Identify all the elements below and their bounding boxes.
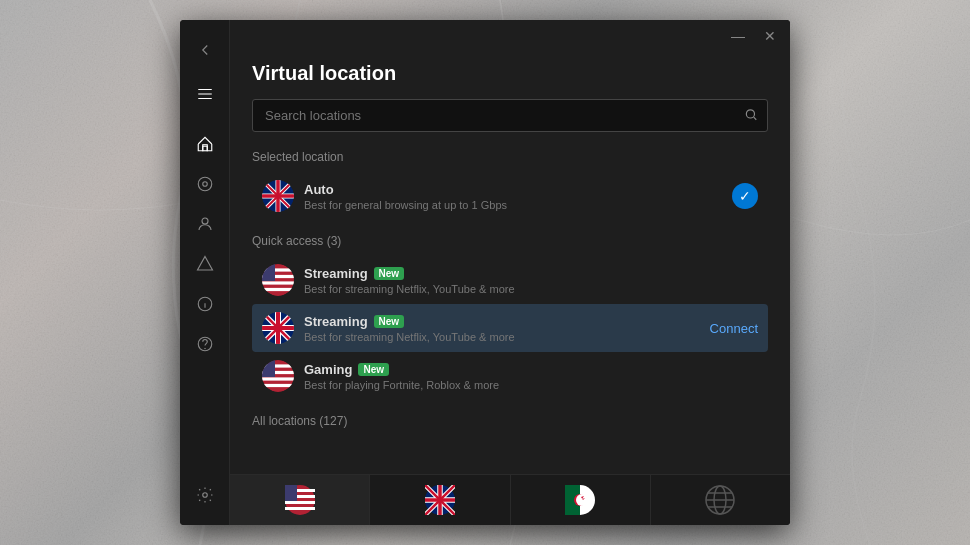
auto-location-info: Auto Best for general browsing at up to …	[304, 182, 722, 211]
quick-access-name-2: Gaming New	[304, 362, 758, 377]
flag-tab-us[interactable]	[230, 475, 370, 525]
help-icon[interactable]	[187, 326, 223, 362]
main-panel: — ✕ Virtual location Selected location	[230, 20, 790, 525]
svg-point-14	[202, 493, 207, 498]
quick-access-info-2: Gaming New Best for playing Fortnite, Ro…	[304, 362, 758, 391]
page-title: Virtual location	[252, 62, 768, 85]
auto-flag	[262, 180, 294, 212]
svg-rect-31	[262, 281, 294, 284]
flag-tab-uk[interactable]	[370, 475, 510, 525]
quick-access-info-1: Streaming New Best for streaming Netflix…	[304, 314, 700, 343]
search-input[interactable]	[252, 99, 768, 132]
uk-flag-1	[262, 312, 294, 344]
badge-new-0: New	[374, 267, 405, 280]
badge-new-1: New	[374, 315, 405, 328]
connect-button[interactable]: Connect	[710, 321, 758, 336]
flags-row	[230, 474, 790, 525]
content-area: Virtual location Selected location	[230, 52, 790, 474]
quick-access-item-0[interactable]: Streaming New Best for streaming Netflix…	[252, 256, 768, 304]
auto-location-name: Auto	[304, 182, 722, 197]
badge-new-2: New	[358, 363, 389, 376]
info-icon[interactable]	[187, 286, 223, 322]
quick-access-name-1: Streaming New	[304, 314, 700, 329]
quick-access-heading: Quick access (3)	[252, 234, 768, 248]
quick-access-item-1[interactable]: Streaming New Best for streaming Netflix…	[252, 304, 768, 352]
speed-icon[interactable]	[187, 166, 223, 202]
selected-location-heading: Selected location	[252, 150, 768, 164]
svg-point-13	[204, 348, 205, 349]
svg-point-15	[746, 109, 754, 117]
quick-access-section: Quick access (3)	[252, 234, 768, 400]
svg-rect-32	[262, 288, 294, 291]
svg-rect-47	[262, 377, 294, 380]
svg-point-5	[198, 177, 212, 191]
close-button[interactable]: ✕	[760, 26, 780, 46]
svg-line-16	[754, 117, 757, 120]
quick-access-name-0: Streaming New	[304, 266, 758, 281]
app-window: — ✕ Virtual location Selected location	[180, 20, 790, 525]
auto-location-desc: Best for general browsing at up to 1 Gbp…	[304, 199, 722, 211]
svg-rect-54	[285, 507, 315, 510]
location-pin-icon[interactable]	[187, 246, 223, 282]
quick-access-desc-1: Best for streaming Netflix, YouTube & mo…	[304, 331, 700, 343]
selected-location-section: Selected location	[252, 150, 768, 220]
svg-rect-48	[262, 384, 294, 387]
profile-icon[interactable]	[187, 206, 223, 242]
search-icon	[744, 107, 758, 124]
flag-tab-dz[interactable]	[511, 475, 651, 525]
all-locations-section: All locations (127)	[252, 414, 768, 428]
svg-rect-4	[202, 145, 207, 151]
svg-point-7	[202, 218, 208, 224]
menu-icon[interactable]	[187, 76, 223, 112]
quick-access-desc-2: Best for playing Fortnite, Roblox & more	[304, 379, 758, 391]
selected-check-icon: ✓	[732, 183, 758, 209]
back-button[interactable]	[187, 32, 223, 68]
svg-rect-33	[262, 264, 275, 281]
settings-icon[interactable]	[187, 477, 223, 513]
svg-point-68	[576, 494, 588, 506]
minimize-button[interactable]: —	[728, 26, 748, 46]
quick-access-desc-0: Best for streaming Netflix, YouTube & mo…	[304, 283, 758, 295]
quick-access-info-0: Streaming New Best for streaming Netflix…	[304, 266, 758, 295]
svg-point-6	[202, 182, 207, 187]
svg-rect-55	[285, 485, 297, 501]
svg-rect-53	[285, 501, 315, 504]
svg-marker-8	[197, 257, 212, 271]
us-flag-2	[262, 360, 294, 392]
flag-tab-other[interactable]	[651, 475, 790, 525]
search-container	[252, 99, 768, 132]
sidebar	[180, 20, 230, 525]
quick-access-item-2[interactable]: Gaming New Best for playing Fortnite, Ro…	[252, 352, 768, 400]
svg-rect-49	[262, 360, 275, 377]
us-flag-0	[262, 264, 294, 296]
all-locations-heading: All locations (127)	[252, 414, 768, 428]
titlebar: — ✕	[230, 20, 790, 52]
home-icon[interactable]	[187, 126, 223, 162]
auto-location-item[interactable]: Auto Best for general browsing at up to …	[252, 172, 768, 220]
